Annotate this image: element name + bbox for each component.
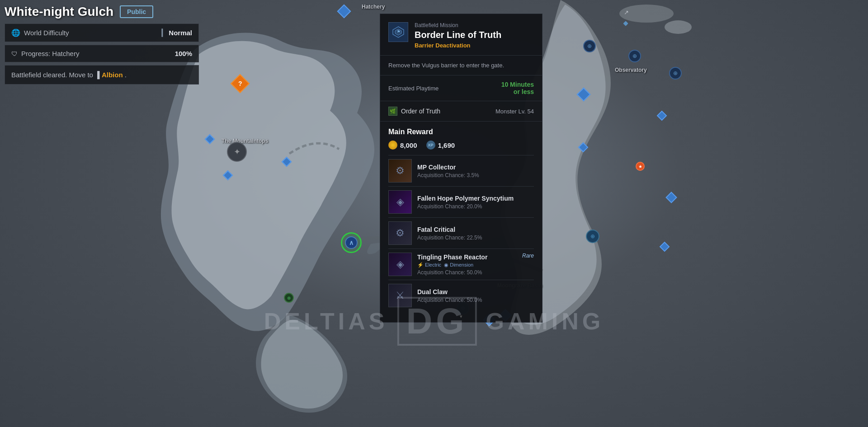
reward-name: Tingling Phase Reactor (417, 253, 534, 261)
reward-tag: ⚡ Electric (417, 262, 441, 268)
reward-thumbnail: ◈ (388, 253, 412, 276)
svg-point-0 (619, 5, 674, 23)
world-difficulty-value: ┃ Normal (160, 29, 192, 37)
currency-row: 8,000 XP 1,690 (388, 141, 534, 150)
map-title: White-night Gulch (5, 5, 113, 19)
mission-panel: ⚑ Battlefield Mission Border Line of Tru… (380, 14, 542, 323)
world-icon: 🌐 (11, 28, 20, 37)
albion-link[interactable]: Albion (102, 71, 123, 79)
map-title-row: White-night Gulch Public (5, 5, 199, 19)
gold-icon (388, 141, 397, 150)
xp-icon: XP (426, 141, 435, 150)
reward-chance: Acquisition Chance: 50.0% (417, 297, 534, 303)
reward-chance: Acquisition Chance: 22.5% (417, 235, 534, 241)
reward-item: ⚙ Fatal Critical Acquisition Chance: 22.… (388, 217, 534, 249)
reward-item: ◈ Fallen Hope Polymer Syncytium Acquisit… (388, 186, 534, 217)
svg-point-1 (665, 20, 692, 34)
mission-icon-svg: ⚑ (392, 25, 405, 39)
rewards-section: Main Reward 8,000 XP 1,690 ⚙ MP Collecto… (380, 122, 542, 311)
mission-stats: Estimated Playtime 10 Minutesor less (380, 75, 542, 101)
info-panel: White-night Gulch Public 🌐 World Difficu… (5, 5, 199, 84)
reward-info: Fatal Critical Acquisition Chance: 22.5% (417, 226, 534, 241)
reward-name: Dual Claw (417, 288, 534, 296)
mission-description: Remove the Vulgus barrier to enter the g… (380, 56, 542, 75)
reward-info: Fallen Hope Polymer Syncytium Acquisitio… (417, 195, 534, 210)
mission-name: Border Line of Truth (415, 29, 534, 40)
gold-reward: 8,000 (388, 141, 417, 150)
reward-thumbnail: ⚙ (388, 159, 412, 183)
visibility-badge[interactable]: Public (120, 5, 153, 18)
mission-type: Battlefield Mission (415, 22, 534, 28)
reward-name: MP Collector (417, 164, 534, 171)
faction-level: Monster Lv. 54 (495, 108, 534, 115)
playtime-value: 10 Minutesor less (501, 81, 534, 95)
rewards-title: Main Reward (388, 128, 534, 136)
reward-item: ⚙ MP Collector Acquisition Chance: 3.5% (388, 155, 534, 186)
cleared-icon: ▐ (95, 71, 102, 79)
reward-tag: ◉ Dimension (444, 262, 473, 268)
xp-amount: 1,690 (438, 141, 455, 149)
reward-tags: ⚡ Electric◉ Dimension (417, 262, 534, 268)
reward-info: MP Collector Acquisition Chance: 3.5% (417, 164, 534, 178)
reward-chance: Acquisition Chance: 3.5% (417, 172, 534, 178)
gold-amount: 8,000 (400, 141, 417, 149)
svg-text:⚑: ⚑ (397, 30, 400, 34)
world-difficulty-box: 🌐 World Difficulty ┃ Normal (5, 23, 199, 42)
reward-name: Fallen Hope Polymer Syncytium (417, 195, 534, 202)
faction-name: Order of Truth (401, 108, 440, 115)
mission-subtype: Barrier Deactivation (415, 42, 534, 49)
reward-item: ◈ Tingling Phase Reactor ⚡ Electric◉ Dim… (388, 249, 534, 280)
progress-value: 100% (175, 50, 192, 57)
reward-thumbnail: ◈ (388, 190, 412, 214)
rare-badge: Rare (522, 253, 534, 259)
reward-chance: Acquisition Chance: 50.0% (417, 269, 534, 276)
reward-info: Tingling Phase Reactor ⚡ Electric◉ Dimen… (417, 253, 534, 276)
cleared-text: Battlefield cleared. Move to (11, 71, 93, 79)
mission-icon: ⚑ (388, 22, 408, 42)
scroll-indicator: ▾ (380, 311, 542, 322)
playtime-label: Estimated Playtime (388, 85, 439, 92)
reward-chance: Acquisition Chance: 20.0% (417, 203, 534, 210)
cleared-suffix: . (125, 71, 127, 79)
mission-meta: Battlefield Mission Border Line of Truth… (415, 22, 534, 49)
mission-header: ⚑ Battlefield Mission Border Line of Tru… (380, 14, 542, 56)
progress-box: 🛡 Progress: Hatchery 100% (5, 45, 199, 62)
reward-name: Fatal Critical (417, 226, 534, 233)
world-difficulty-label: 🌐 World Difficulty (11, 28, 69, 37)
reward-thumbnail: ⚔ (388, 284, 412, 307)
reward-info: Dual Claw Acquisition Chance: 50.0% (417, 288, 534, 303)
faction-info: 🌿 Order of Truth (388, 107, 440, 116)
xp-reward: XP 1,690 (426, 141, 455, 150)
mission-faction: 🌿 Order of Truth Monster Lv. 54 (380, 101, 542, 122)
shield-icon: 🛡 (11, 50, 18, 57)
cleared-message-box: Battlefield cleared. Move to ▐ Albion . (5, 65, 199, 84)
reward-item: ⚔ Dual Claw Acquisition Chance: 50.0% (388, 280, 534, 311)
reward-thumbnail: ⚙ (388, 221, 412, 245)
rewards-list: ⚙ MP Collector Acquisition Chance: 3.5% … (388, 155, 534, 311)
progress-label: 🛡 Progress: Hatchery (11, 50, 79, 57)
faction-icon: 🌿 (388, 107, 397, 116)
